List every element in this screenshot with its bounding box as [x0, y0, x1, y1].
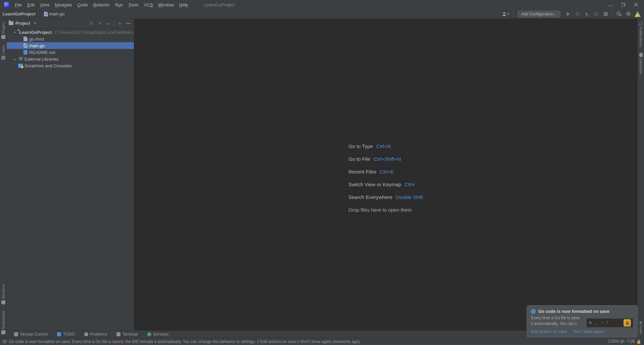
bookmark-icon [1, 330, 5, 334]
bell-icon [639, 22, 643, 25]
info-icon: i [531, 309, 536, 314]
editor-area[interactable]: Go to TypeCtrl+N Go to FileCtrl+Shift+N … [134, 19, 637, 338]
status-icon [3, 340, 7, 344]
ime-logo-icon: S [624, 319, 631, 327]
stripe-structure[interactable]: Structure [1, 284, 5, 304]
main-menu: File Edit View Navigate Code Refactor Ru… [12, 1, 191, 9]
menu-window[interactable]: Window [156, 1, 176, 9]
menu-help[interactable]: Help [176, 1, 191, 9]
svg-point-3 [503, 12, 505, 14]
svg-point-13 [119, 23, 120, 24]
book-icon [1, 56, 5, 60]
close-button[interactable] [633, 1, 639, 8]
svg-point-4 [505, 13, 507, 14]
stripe-database[interactable]: Database [639, 53, 643, 74]
right-tool-stripe: Notifications Database мmake [637, 19, 644, 338]
svg-rect-8 [604, 12, 608, 16]
tree-file-main-go[interactable]: main.go [7, 42, 134, 49]
stripe-make[interactable]: мmake [639, 321, 643, 334]
profile-button[interactable]: ▾ [593, 10, 600, 18]
drop-hint: Drop files here to open them [348, 204, 412, 216]
breadcrumb-file[interactable]: main.go [44, 11, 65, 16]
notification-link-dismiss[interactable]: Don't show again [573, 329, 604, 334]
chevron-right-icon: 〉 [37, 11, 42, 16]
minimize-button[interactable] [607, 1, 614, 8]
ime-indicator[interactable]: 中 。 ♪ ⤴ S [586, 318, 633, 328]
markdown-file-icon [23, 50, 28, 55]
stop-button[interactable] [602, 10, 609, 18]
go-file-icon [23, 43, 28, 48]
folder-icon [1, 35, 5, 39]
tab-todo[interactable]: TODO [52, 331, 79, 338]
play-icon [147, 332, 151, 336]
select-open-file-button[interactable] [88, 20, 95, 27]
project-tool-header: Project ▼ [7, 19, 134, 28]
expand-all-button[interactable] [97, 20, 103, 27]
menu-code[interactable]: Code [75, 1, 91, 9]
go-file-icon [44, 12, 48, 16]
stripe-project[interactable]: Project [1, 22, 5, 39]
left-tool-stripe: Project Learn Structure Bookmarks [0, 19, 7, 338]
svg-rect-0 [608, 6, 612, 6]
run-button[interactable] [565, 10, 572, 18]
menu-run[interactable]: Run [112, 1, 126, 9]
structure-icon [1, 300, 5, 304]
triangle-icon [635, 11, 641, 17]
menu-file[interactable]: File [12, 1, 24, 9]
chevron-down-icon[interactable]: ▾ [14, 30, 16, 34]
menu-tools[interactable]: Tools [126, 1, 141, 9]
coverage-button[interactable] [583, 10, 591, 18]
settings-button[interactable] [625, 10, 632, 18]
file-icon [23, 37, 28, 41]
hide-button[interactable] [125, 20, 132, 27]
debug-button[interactable] [574, 10, 581, 18]
lock-icon[interactable]: 🔒 [636, 339, 641, 344]
stripe-learn[interactable]: Learn [1, 45, 5, 60]
svg-point-6 [587, 14, 589, 16]
aws-toolkit-button[interactable] [634, 10, 641, 18]
menu-refactor[interactable]: Refactor [91, 1, 112, 9]
editor-navigation-hints: Go to TypeCtrl+N Go to FileCtrl+Shift+N … [348, 140, 423, 216]
tab-terminal[interactable]: Terminal [112, 331, 142, 338]
svg-rect-14 [126, 23, 130, 24]
project-tool-title[interactable]: Project [15, 21, 30, 26]
tab-problems[interactable]: Problems [79, 331, 112, 338]
menu-navigate[interactable]: Navigate [52, 1, 74, 9]
breadcrumb: LearnGoProject 〉 main.go [3, 11, 65, 17]
tab-services[interactable]: Services [143, 331, 173, 338]
menu-view[interactable]: View [37, 1, 52, 9]
maximize-button[interactable] [620, 1, 627, 8]
svg-rect-17 [4, 342, 6, 342]
collapse-all-button[interactable] [105, 20, 112, 27]
menu-edit[interactable]: Edit [24, 1, 37, 9]
tree-scratches[interactable]: Scratches and Consoles [7, 62, 134, 69]
warn-icon [84, 332, 88, 336]
tree-project-root[interactable]: ▾ LearnGoProject C:\Users\10174\AppData\… [7, 29, 134, 36]
tree-file-go-mod[interactable]: go.mod [7, 36, 134, 42]
breadcrumb-project[interactable]: LearnGoProject [3, 11, 36, 16]
list-icon [57, 332, 61, 336]
terminal-icon [116, 332, 120, 336]
menu-vcs[interactable]: VCS [141, 1, 156, 9]
folder-icon [9, 21, 13, 25]
stripe-notifications[interactable]: Notifications [639, 22, 643, 47]
tree-file-readme[interactable]: README.md [7, 49, 134, 56]
project-tool-window: Project ▼ ▾ LearnGoProject C:\Users\1017… [7, 19, 134, 338]
svg-rect-2 [621, 4, 624, 7]
status-message[interactable]: Go code is now formatted on save: Every … [9, 339, 360, 344]
add-configuration-button[interactable]: Add Configuration... [518, 11, 560, 17]
scratches-icon [18, 64, 23, 68]
svg-point-9 [617, 12, 620, 15]
search-everywhere-button[interactable] [615, 10, 623, 18]
code-with-me-button[interactable]: ▾ [501, 11, 511, 17]
chevron-right-icon[interactable]: ▸ [14, 57, 17, 61]
stripe-bookmarks[interactable]: Bookmarks [1, 310, 5, 334]
options-button[interactable] [116, 20, 123, 27]
chevron-down-icon[interactable]: ▼ [34, 21, 37, 25]
tree-external-libraries[interactable]: ▸ External Libraries [7, 56, 134, 62]
tab-version-control[interactable]: Version Control [9, 331, 52, 338]
notification-link-edit[interactable]: Edit actions on save [531, 329, 567, 334]
ime-mode-glyphs: 中 。 ♪ ⤴ [589, 321, 608, 326]
watermark: CSDN @--只因 [607, 339, 635, 344]
branch-icon [14, 332, 18, 336]
